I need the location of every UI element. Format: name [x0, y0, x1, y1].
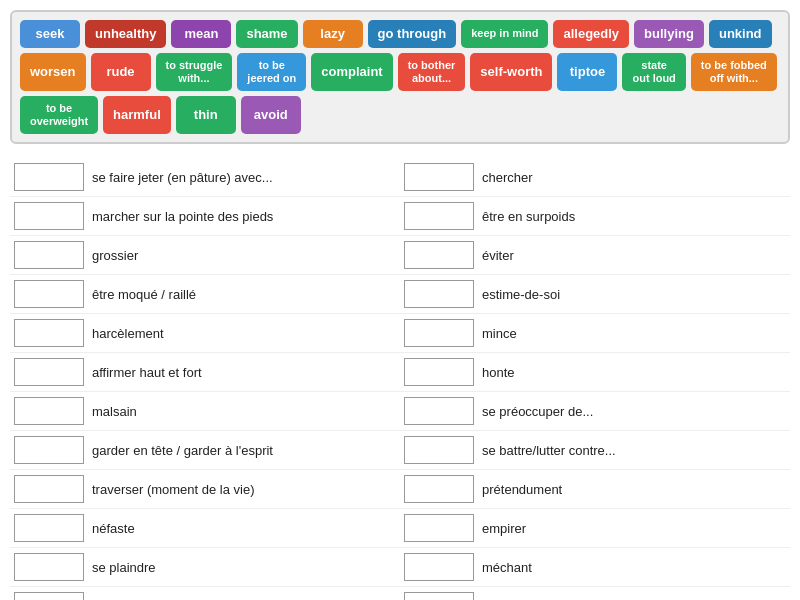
answer-input-mr5[interactable] [404, 319, 474, 347]
match-row-left: néfaste [10, 509, 400, 548]
answer-input-mr3[interactable] [404, 241, 474, 269]
answer-input-mr7[interactable] [404, 397, 474, 425]
definition-text: malsain [92, 404, 137, 419]
answer-input-ml5[interactable] [14, 319, 84, 347]
word-chip-to_struggle_with[interactable]: to struggle with... [156, 53, 233, 91]
answer-input-ml1[interactable] [14, 163, 84, 191]
word-bank: seekunhealthymeanshamelazygo throughkeep… [10, 10, 790, 144]
answer-input-mr12[interactable] [404, 592, 474, 600]
answer-input-ml4[interactable] [14, 280, 84, 308]
match-row-right: chercher [400, 158, 790, 197]
definition-text: méchant [482, 560, 532, 575]
answer-input-ml11[interactable] [14, 553, 84, 581]
match-row-left: se faire jeter (en pâture) avec... [10, 158, 400, 197]
definition-text: mince [482, 326, 517, 341]
answer-input-ml8[interactable] [14, 436, 84, 464]
word-chip-to_be_fobbed_off_with[interactable]: to be fobbed off with... [691, 53, 777, 91]
definition-text: grossier [92, 248, 138, 263]
word-chip-self_worth[interactable]: self-worth [470, 53, 552, 91]
answer-input-ml2[interactable] [14, 202, 84, 230]
definition-text: être en surpoids [482, 209, 575, 224]
definition-text: marcher sur la pointe des pieds [92, 209, 273, 224]
match-row-left: malsain [10, 392, 400, 431]
word-chip-to_be_overweight[interactable]: to be overweight [20, 96, 98, 134]
word-chip-tiptoe[interactable]: tiptoe [557, 53, 617, 91]
match-row-right: mince [400, 314, 790, 353]
definition-text: se plaindre [92, 560, 156, 575]
word-chip-seek[interactable]: seek [20, 20, 80, 48]
word-chip-to_bother_about[interactable]: to bother about... [398, 53, 466, 91]
definition-text: chercher [482, 170, 533, 185]
definition-text: estime-de-soi [482, 287, 560, 302]
word-chip-mean[interactable]: mean [171, 20, 231, 48]
word-chip-go_through[interactable]: go through [368, 20, 457, 48]
word-chip-unkind[interactable]: unkind [709, 20, 772, 48]
answer-input-mr8[interactable] [404, 436, 474, 464]
answer-input-mr4[interactable] [404, 280, 474, 308]
answer-input-ml3[interactable] [14, 241, 84, 269]
answer-input-mr9[interactable] [404, 475, 474, 503]
definition-text: se faire jeter (en pâture) avec... [92, 170, 273, 185]
definition-text: se préoccuper de... [482, 404, 593, 419]
definition-text: prétendument [482, 482, 562, 497]
matching-grid: se faire jeter (en pâture) avec...marche… [10, 158, 790, 600]
definition-text: traverser (moment de la vie) [92, 482, 255, 497]
match-row-right: être en surpoids [400, 197, 790, 236]
word-chip-avoid[interactable]: avoid [241, 96, 301, 134]
answer-input-mr2[interactable] [404, 202, 474, 230]
word-chip-lazy[interactable]: lazy [303, 20, 363, 48]
match-row-left: traverser (moment de la vie) [10, 470, 400, 509]
answer-input-ml12[interactable] [14, 592, 84, 600]
match-row-right: désagréable / peu aimable [400, 587, 790, 600]
match-row-left: garder en tête / garder à l'esprit [10, 431, 400, 470]
answer-input-ml9[interactable] [14, 475, 84, 503]
word-chip-state_out_loud[interactable]: state out loud [622, 53, 685, 91]
match-row-left: harcèlement [10, 314, 400, 353]
answer-input-ml7[interactable] [14, 397, 84, 425]
word-chip-thin[interactable]: thin [176, 96, 236, 134]
word-chip-bullying[interactable]: bullying [634, 20, 704, 48]
match-row-left: affirmer haut et fort [10, 353, 400, 392]
word-chip-worsen[interactable]: worsen [20, 53, 86, 91]
definition-text: éviter [482, 248, 514, 263]
word-chip-to_be_jeered_on[interactable]: to be jeered on [237, 53, 306, 91]
match-row-left: grossier [10, 236, 400, 275]
word-chip-unhealthy[interactable]: unhealthy [85, 20, 166, 48]
word-chip-allegedly[interactable]: allegedly [553, 20, 629, 48]
match-row-right: éviter [400, 236, 790, 275]
answer-input-mr1[interactable] [404, 163, 474, 191]
match-row-left: marcher sur la pointe des pieds [10, 197, 400, 236]
answer-input-mr10[interactable] [404, 514, 474, 542]
match-row-right: prétendument [400, 470, 790, 509]
match-row-right: empirer [400, 509, 790, 548]
definition-text: néfaste [92, 521, 135, 536]
answer-input-ml10[interactable] [14, 514, 84, 542]
answer-input-ml6[interactable] [14, 358, 84, 386]
definition-text: empirer [482, 521, 526, 536]
definition-text: garder en tête / garder à l'esprit [92, 443, 273, 458]
definition-text: affirmer haut et fort [92, 365, 202, 380]
match-row-left: être moqué / raillé [10, 275, 400, 314]
match-row-right: estime-de-soi [400, 275, 790, 314]
word-chip-harmful[interactable]: harmful [103, 96, 171, 134]
match-row-right: honte [400, 353, 790, 392]
definition-text: honte [482, 365, 515, 380]
definition-text: se battre/lutter contre... [482, 443, 616, 458]
match-row-right: se préoccuper de... [400, 392, 790, 431]
word-chip-rude[interactable]: rude [91, 53, 151, 91]
word-chip-keep_in_mind[interactable]: keep in mind [461, 20, 548, 48]
word-chip-shame[interactable]: shame [236, 20, 297, 48]
match-row-left: fainéant [10, 587, 400, 600]
definition-text: harcèlement [92, 326, 164, 341]
match-row-right: méchant [400, 548, 790, 587]
match-row-left: se plaindre [10, 548, 400, 587]
word-chip-complaint[interactable]: complaint [311, 53, 392, 91]
match-row-right: se battre/lutter contre... [400, 431, 790, 470]
answer-input-mr6[interactable] [404, 358, 474, 386]
answer-input-mr11[interactable] [404, 553, 474, 581]
definition-text: être moqué / raillé [92, 287, 196, 302]
